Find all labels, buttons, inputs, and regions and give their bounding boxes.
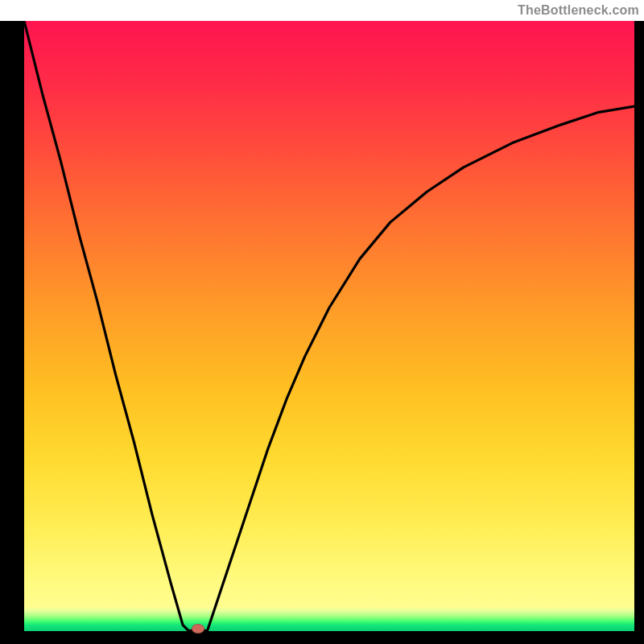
plot-area bbox=[24, 21, 634, 631]
series-left-branch bbox=[24, 21, 189, 631]
top-bar: TheBottleneck.com bbox=[0, 0, 644, 21]
series-right-branch bbox=[207, 106, 634, 631]
watermark-text: TheBottleneck.com bbox=[518, 3, 639, 18]
minimum-dot bbox=[192, 624, 204, 634]
chart-frame: TheBottleneck.com bbox=[0, 0, 644, 644]
curve-svg bbox=[24, 21, 634, 631]
series-group bbox=[24, 21, 634, 631]
